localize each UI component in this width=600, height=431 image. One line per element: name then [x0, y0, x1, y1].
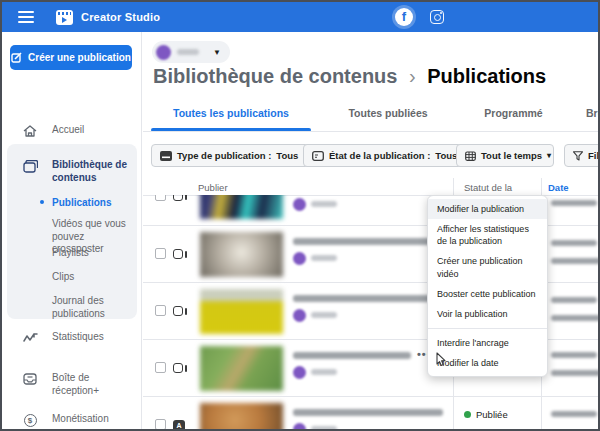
menu-item-afficher-les-statistiques[interactable]: Afficher les statistiques de la publicat… — [428, 219, 547, 251]
funnel-icon — [573, 151, 583, 161]
author-avatar — [293, 366, 306, 379]
page-name-blurred — [177, 49, 199, 55]
chevron-down-icon: ▼ — [213, 48, 221, 57]
column-header-publier[interactable]: Publier — [198, 182, 228, 193]
date-value-blurred — [551, 240, 597, 246]
chevron-down-icon: ▾ — [547, 151, 551, 160]
row-checkbox[interactable] — [155, 248, 166, 259]
post-title-blurred — [293, 238, 443, 245]
hamburger-menu-icon[interactable] — [18, 11, 34, 23]
row-checkbox[interactable] — [155, 305, 166, 316]
author-avatar — [293, 198, 306, 211]
creator-studio-window: Creator Studio f Créer une publication A… — [0, 0, 600, 431]
filter-tout-le-temps[interactable]: Tout le temps ▾ — [456, 144, 554, 167]
filter-button[interactable]: Filtre — [564, 144, 598, 167]
tab-programme[interactable]: Programmé — [461, 107, 566, 119]
tab-toutes-les-publications[interactable]: Toutes les publications — [151, 107, 311, 119]
page-selector[interactable]: ▼ — [152, 41, 230, 63]
filter-etat-publication[interactable]: État de la publication : Tous ▾ — [303, 144, 477, 167]
instagram-icon[interactable] — [430, 10, 444, 24]
post-thumbnail-blurred — [200, 195, 283, 219]
date-value-blurred — [551, 200, 597, 206]
text-post-icon: A — [173, 420, 185, 429]
post-thumbnail-blurred — [200, 346, 283, 391]
stats-icon — [22, 330, 38, 346]
video-post-icon — [173, 363, 188, 373]
post-title-blurred — [293, 295, 443, 302]
row-checkbox[interactable] — [155, 195, 166, 201]
author-name-blurred — [311, 201, 337, 207]
post-thumbnail-blurred — [200, 232, 283, 277]
date-value-blurred — [551, 297, 597, 303]
compose-icon — [11, 52, 22, 63]
menu-divider — [428, 328, 547, 329]
column-header-statut[interactable]: Statut de la — [464, 182, 512, 193]
menu-item-modifier-la-date[interactable]: Modifier la date — [428, 353, 547, 373]
active-bullet-icon — [40, 200, 44, 204]
published-status-dot-icon — [464, 411, 471, 418]
table-row[interactable]: A Publiée — [143, 397, 598, 429]
tab-toutes-publiees[interactable]: Toutes publiées — [328, 107, 448, 119]
topbar: Creator Studio f — [2, 2, 598, 32]
inbox-icon — [22, 371, 38, 387]
author-name-blurred — [311, 312, 337, 318]
author-avatar — [293, 309, 306, 322]
facebook-platform-toggle[interactable]: f — [392, 5, 416, 29]
post-thumbnail-blurred — [200, 403, 283, 429]
date-value-blurred — [551, 352, 597, 358]
menu-item-modifier-la-publication[interactable]: Modifier la publication — [428, 199, 547, 219]
video-post-icon — [173, 249, 188, 259]
post-thumbnail-blurred — [200, 289, 283, 334]
date-value-blurred — [551, 258, 598, 264]
breadcrumb-separator: › — [409, 65, 416, 87]
sidebar: Créer une publication Accueil Bibliothèq… — [2, 32, 142, 429]
video-post-icon — [173, 195, 188, 201]
calendar-icon — [465, 151, 476, 161]
menu-item-interdire-ancrage[interactable]: Interdire l'ancrage — [428, 333, 547, 353]
post-actions-context-menu: Modifier la publication Afficher les sta… — [427, 195, 548, 377]
monetization-dollar-icon: $ — [22, 412, 38, 428]
author-avatar — [293, 252, 306, 265]
date-value-blurred — [551, 411, 597, 417]
menu-item-voir-la-publication[interactable]: Voir la publication — [428, 304, 547, 324]
post-type-filter-icon — [160, 151, 172, 161]
column-header-date[interactable]: Date — [548, 182, 569, 193]
menu-item-booster-cette-publication[interactable]: Booster cette publication — [428, 284, 547, 304]
author-name-blurred — [311, 369, 337, 375]
menu-item-creer-une-publication-video[interactable]: Créer une publication vidéo — [428, 251, 547, 283]
home-icon — [22, 123, 38, 139]
main-content: ▼ Bibliothèque de contenus › Publication… — [143, 32, 598, 429]
status-badge: Publiée — [464, 409, 508, 420]
post-state-filter-icon — [312, 151, 324, 161]
post-title-blurred — [293, 352, 411, 359]
date-value-blurred — [551, 370, 598, 376]
facebook-icon: f — [395, 8, 413, 26]
author-name-blurred — [311, 255, 337, 261]
date-value-blurred — [551, 315, 598, 321]
content-library-icon — [22, 158, 38, 174]
tab-brouillons[interactable]: Brou — [586, 107, 598, 119]
tabs-divider — [143, 131, 598, 132]
filter-type-publication[interactable]: Type de publication : Tous ▾ — [151, 144, 318, 167]
video-post-icon — [173, 306, 188, 316]
author-avatar — [293, 423, 306, 429]
page-title: Publications — [427, 65, 546, 87]
page-avatar — [156, 45, 171, 60]
create-publication-button[interactable]: Créer une publication — [10, 45, 132, 70]
row-checkbox[interactable] — [155, 419, 166, 429]
row-checkbox[interactable] — [155, 362, 166, 373]
breadcrumb: Bibliothèque de contenus › Publications — [153, 65, 546, 88]
breadcrumb-parent[interactable]: Bibliothèque de contenus — [153, 65, 397, 87]
author-name-blurred — [311, 426, 337, 429]
creator-studio-logo-icon — [56, 10, 73, 25]
app-title: Creator Studio — [81, 11, 160, 23]
post-title-blurred — [293, 409, 443, 416]
